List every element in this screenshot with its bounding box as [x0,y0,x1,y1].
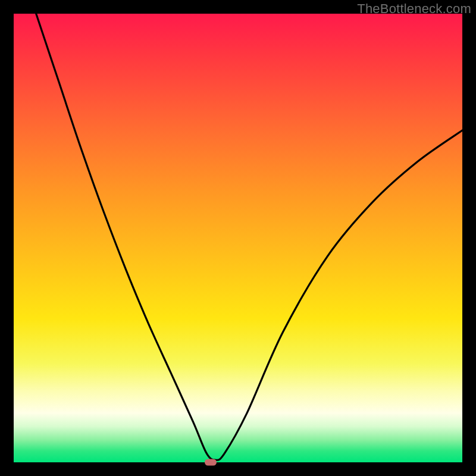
plot-area [14,14,462,462]
bottleneck-curve [14,14,462,462]
chart-frame: TheBottleneck.com [0,0,476,476]
minimum-marker [205,459,217,466]
